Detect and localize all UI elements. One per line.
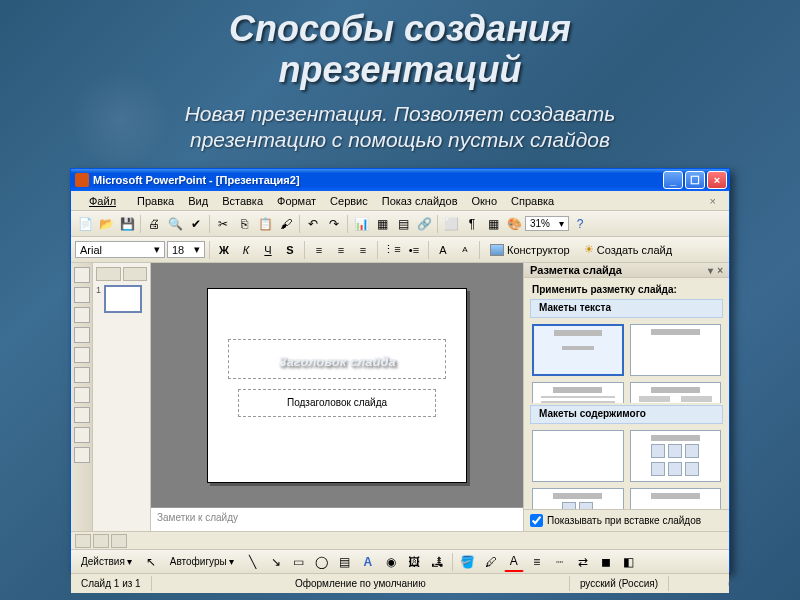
align-left-icon[interactable]: ≡: [309, 240, 329, 260]
layout-content[interactable]: [630, 430, 722, 482]
align-right-icon[interactable]: ≡: [353, 240, 373, 260]
print-icon[interactable]: 🖨: [144, 214, 164, 234]
outline-tab[interactable]: [96, 267, 121, 281]
help-icon[interactable]: ?: [570, 214, 590, 234]
copy-icon[interactable]: ⎘: [234, 214, 254, 234]
taskpane-close-icon[interactable]: ×: [717, 265, 723, 276]
menu-slideshow[interactable]: Показ слайдов: [375, 193, 465, 209]
arrow-style-icon[interactable]: ⇄: [573, 552, 593, 572]
close-button[interactable]: ×: [707, 171, 727, 189]
dock-icon-3[interactable]: [74, 307, 90, 323]
font-size-selector[interactable]: 18▾: [167, 241, 205, 258]
textbox-icon[interactable]: ▤: [335, 552, 355, 572]
table-icon[interactable]: ▦: [372, 214, 392, 234]
slideshow-view-button[interactable]: [111, 534, 127, 548]
font-name-selector[interactable]: Arial▾: [75, 241, 165, 258]
tables-icon[interactable]: ▤: [393, 214, 413, 234]
layout-title-slide[interactable]: [532, 324, 624, 376]
chart-icon[interactable]: 📊: [351, 214, 371, 234]
autoshapes-menu[interactable]: Автофигуры ▾: [164, 553, 240, 570]
line-style-icon[interactable]: ≡: [527, 552, 547, 572]
grid-icon[interactable]: ▦: [483, 214, 503, 234]
slide-thumbnail-1[interactable]: 1: [96, 285, 147, 313]
picture-icon[interactable]: 🏞: [427, 552, 447, 572]
paste-icon[interactable]: 📋: [255, 214, 275, 234]
new-slide-button[interactable]: ☀Создать слайд: [578, 241, 678, 258]
sorter-view-button[interactable]: [93, 534, 109, 548]
wordart-icon[interactable]: A: [358, 552, 378, 572]
format-painter-icon[interactable]: 🖌: [276, 214, 296, 234]
menu-format[interactable]: Формат: [270, 193, 323, 209]
menu-window[interactable]: Окно: [465, 193, 505, 209]
decrease-font-icon[interactable]: A: [455, 240, 475, 260]
dock-icon-4[interactable]: [74, 327, 90, 343]
layout-two-column[interactable]: [630, 382, 722, 403]
cut-icon[interactable]: ✂: [213, 214, 233, 234]
title-placeholder[interactable]: Заголовок слайда: [228, 339, 446, 379]
taskpane-dropdown-icon[interactable]: ▾: [708, 265, 713, 276]
preview-icon[interactable]: 🔍: [165, 214, 185, 234]
actions-menu[interactable]: Действия ▾: [75, 553, 138, 570]
dash-style-icon[interactable]: ┈: [550, 552, 570, 572]
open-icon[interactable]: 📂: [96, 214, 116, 234]
layout-title-text[interactable]: [532, 382, 624, 403]
slides-tab[interactable]: [123, 267, 148, 281]
oval-icon[interactable]: ◯: [312, 552, 332, 572]
expand-icon[interactable]: ⬜: [441, 214, 461, 234]
rectangle-icon[interactable]: ▭: [289, 552, 309, 572]
subtitle-placeholder[interactable]: Подзаголовок слайда: [238, 389, 436, 417]
menu-edit[interactable]: Правка: [130, 193, 181, 209]
underline-button[interactable]: Ч: [258, 240, 278, 260]
bulleted-list-icon[interactable]: •≡: [404, 240, 424, 260]
line-color-icon[interactable]: 🖊: [481, 552, 501, 572]
spell-icon[interactable]: ✔: [186, 214, 206, 234]
document-close-icon[interactable]: ×: [703, 193, 723, 209]
slide-canvas[interactable]: Заголовок слайда Подзаголовок слайда: [151, 263, 523, 507]
show-on-insert-checkbox[interactable]: [530, 514, 543, 527]
dock-icon-8[interactable]: [74, 407, 90, 423]
layout-title-content[interactable]: [532, 488, 624, 509]
3d-style-icon[interactable]: ◧: [619, 552, 639, 572]
color-icon[interactable]: 🎨: [504, 214, 524, 234]
dock-icon-1[interactable]: [74, 267, 90, 283]
hyperlink-icon[interactable]: 🔗: [414, 214, 434, 234]
dock-icon-7[interactable]: [74, 387, 90, 403]
dock-icon-6[interactable]: [74, 367, 90, 383]
zoom-selector[interactable]: 31%▾: [525, 216, 569, 231]
shadow-style-icon[interactable]: ◼: [596, 552, 616, 572]
dock-icon-5[interactable]: [74, 347, 90, 363]
italic-button[interactable]: К: [236, 240, 256, 260]
fill-color-icon[interactable]: 🪣: [458, 552, 478, 572]
show-hide-icon[interactable]: ¶: [462, 214, 482, 234]
normal-view-button[interactable]: [75, 534, 91, 548]
menu-file[interactable]: Файл: [75, 193, 130, 209]
dock-icon-2[interactable]: [74, 287, 90, 303]
shadow-button[interactable]: S: [280, 240, 300, 260]
minimize-button[interactable]: _: [663, 171, 683, 189]
layout-two-content[interactable]: [630, 488, 722, 509]
menu-view[interactable]: Вид: [181, 193, 215, 209]
save-icon[interactable]: 💾: [117, 214, 137, 234]
undo-icon[interactable]: ↶: [303, 214, 323, 234]
maximize-button[interactable]: ☐: [685, 171, 705, 189]
menu-insert[interactable]: Вставка: [215, 193, 270, 209]
line-icon[interactable]: ╲: [243, 552, 263, 572]
diagram-icon[interactable]: ◉: [381, 552, 401, 572]
increase-font-icon[interactable]: A: [433, 240, 453, 260]
redo-icon[interactable]: ↷: [324, 214, 344, 234]
layout-title-only[interactable]: [630, 324, 722, 376]
notes-pane[interactable]: Заметки к слайду: [151, 507, 523, 531]
select-icon[interactable]: ↖: [141, 552, 161, 572]
layout-blank[interactable]: [532, 430, 624, 482]
menu-tools[interactable]: Сервис: [323, 193, 375, 209]
clipart-icon[interactable]: 🖼: [404, 552, 424, 572]
menu-help[interactable]: Справка: [504, 193, 561, 209]
arrow-icon[interactable]: ↘: [266, 552, 286, 572]
new-icon[interactable]: 📄: [75, 214, 95, 234]
numbered-list-icon[interactable]: ⋮≡: [382, 240, 402, 260]
dock-icon-9[interactable]: [74, 427, 90, 443]
designer-button[interactable]: Конструктор: [484, 242, 576, 258]
align-center-icon[interactable]: ≡: [331, 240, 351, 260]
font-color-icon[interactable]: A: [504, 552, 524, 572]
dock-icon-10[interactable]: [74, 447, 90, 463]
